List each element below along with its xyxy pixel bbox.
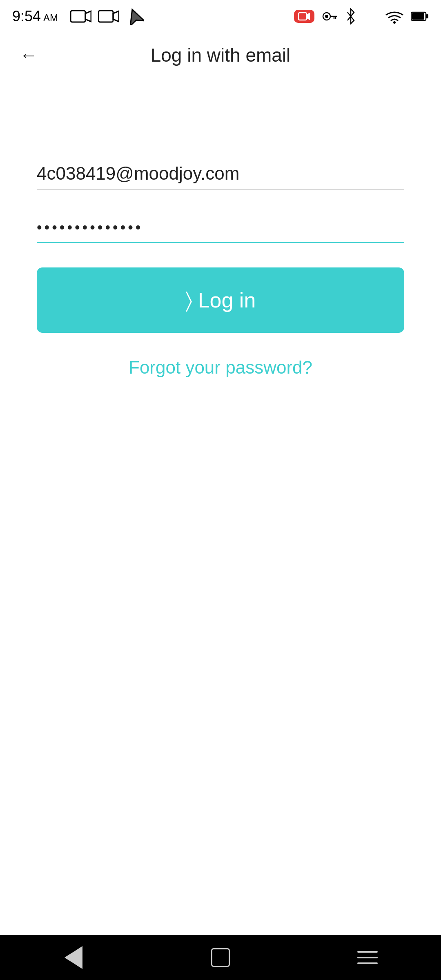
- bottom-nav: [0, 935, 441, 980]
- key-icon: [322, 10, 338, 22]
- record-icon: [294, 10, 314, 23]
- svg-marker-1: [85, 11, 91, 22]
- svg-point-11: [393, 21, 396, 24]
- nav-menu-icon: [357, 951, 378, 964]
- moon-icon: [363, 9, 378, 24]
- svg-rect-13: [412, 13, 424, 20]
- status-bar: 9:54 AM: [0, 0, 441, 33]
- login-form: •••••••••••••• 〉 Log in Forgot your pass…: [0, 159, 441, 378]
- back-button[interactable]: ←: [16, 43, 41, 67]
- app-bar: ← Log in with email: [0, 33, 441, 78]
- password-input[interactable]: ••••••••••••••: [37, 215, 404, 243]
- navigation-icon: [126, 7, 144, 25]
- status-left-icons: [70, 7, 144, 25]
- status-right-icons: [294, 8, 429, 24]
- forgot-password-link[interactable]: Forgot your password?: [37, 357, 404, 378]
- nav-back-button[interactable]: [53, 943, 94, 972]
- battery-icon: [411, 11, 429, 22]
- svg-marker-3: [113, 11, 119, 22]
- email-input[interactable]: [37, 159, 404, 190]
- nav-home-icon: [211, 948, 230, 967]
- email-input-group: [37, 159, 404, 190]
- back-arrow-icon: ←: [20, 46, 38, 64]
- svg-rect-0: [71, 11, 85, 22]
- svg-rect-14: [426, 14, 428, 18]
- login-button-label: Log in: [198, 288, 256, 312]
- nav-home-button[interactable]: [200, 943, 241, 972]
- password-input-group: ••••••••••••••: [37, 215, 404, 243]
- svg-rect-2: [98, 11, 113, 22]
- login-button[interactable]: 〉 Log in: [37, 267, 404, 333]
- nav-menu-button[interactable]: [347, 943, 388, 972]
- svg-rect-4: [298, 13, 307, 20]
- video-camera-icon: [70, 9, 91, 23]
- svg-point-7: [325, 15, 328, 18]
- nav-back-icon: [65, 946, 82, 969]
- status-time: 9:54 AM: [12, 8, 58, 25]
- page-title: Log in with email: [151, 44, 291, 66]
- video-camera2-icon: [98, 9, 119, 23]
- cursor-pointer-icon: 〉: [185, 288, 192, 313]
- bluetooth-icon: [345, 8, 356, 24]
- wifi-icon: [385, 9, 403, 24]
